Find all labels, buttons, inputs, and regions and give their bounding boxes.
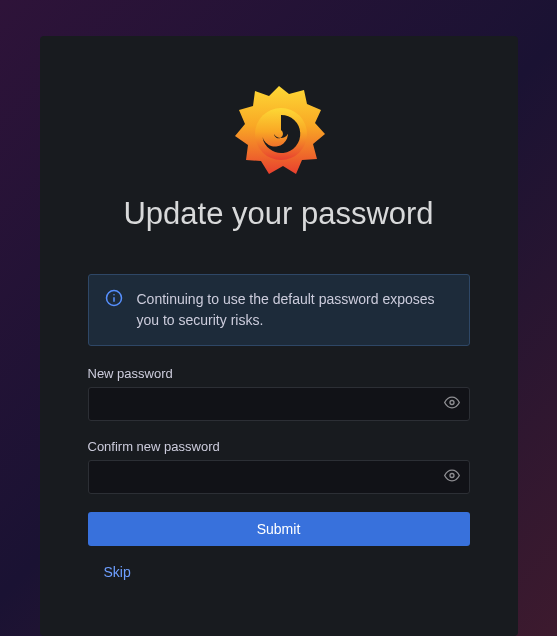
confirm-password-input-wrap xyxy=(88,460,470,494)
confirm-password-input[interactable] xyxy=(88,460,470,494)
svg-point-5 xyxy=(450,474,454,478)
eye-icon xyxy=(444,395,460,414)
info-icon xyxy=(105,289,123,311)
toggle-new-password-visibility[interactable] xyxy=(440,391,464,418)
toggle-confirm-password-visibility[interactable] xyxy=(440,464,464,491)
skip-link[interactable]: Skip xyxy=(104,564,131,580)
alert-message: Continuing to use the default password e… xyxy=(137,289,453,331)
svg-point-4 xyxy=(450,401,454,405)
svg-point-3 xyxy=(113,294,115,296)
eye-icon xyxy=(444,468,460,487)
grafana-logo-icon xyxy=(231,74,327,186)
submit-button[interactable]: Submit xyxy=(88,512,470,546)
new-password-input[interactable] xyxy=(88,387,470,421)
new-password-label: New password xyxy=(88,366,470,381)
page-title: Update your password xyxy=(123,196,433,232)
confirm-password-label: Confirm new password xyxy=(88,439,470,454)
password-form: New password Confirm new password xyxy=(88,366,470,580)
security-alert: Continuing to use the default password e… xyxy=(88,274,470,346)
new-password-input-wrap xyxy=(88,387,470,421)
password-update-card: Update your password Continuing to use t… xyxy=(40,36,518,636)
